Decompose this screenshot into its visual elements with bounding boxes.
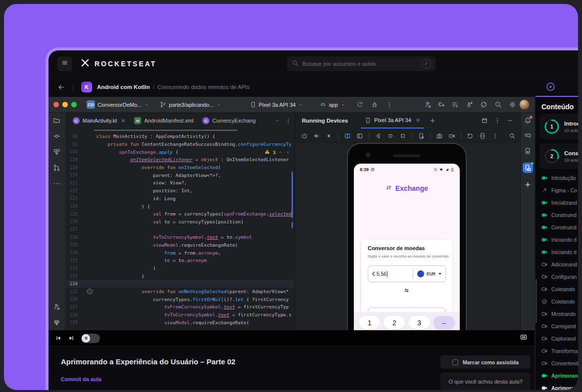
- player-tab-icon[interactable]: [546, 82, 555, 93]
- lesson-item[interactable]: Aprimorand: [535, 369, 578, 382]
- device-manager-icon[interactable]: [524, 147, 532, 155]
- device-selector[interactable]: Pixel 3a API 34: [248, 100, 305, 109]
- code-line-124[interactable]: 124 ) {: [65, 202, 294, 210]
- lesson-item[interactable]: Mostrando: [535, 307, 578, 320]
- camera-icon[interactable]: [436, 132, 443, 139]
- diamond-icon[interactable]: [53, 319, 60, 326]
- lesson-item[interactable]: Inicializand: [535, 196, 578, 209]
- structure-icon[interactable]: [53, 148, 60, 156]
- code-line-137[interactable]: 137 tvFromCurrencySymbol.text = firstCur…: [65, 303, 294, 311]
- close-tab-icon[interactable]: ✕: [416, 117, 420, 124]
- fold-left-icon[interactable]: [344, 132, 351, 139]
- hamburger-menu-button[interactable]: [57, 56, 72, 71]
- hide-panel-icon[interactable]: [507, 117, 514, 124]
- volume-down-icon[interactable]: [326, 132, 333, 139]
- editor-tab-androidmanifest-xml[interactable]: MAndroidManifest.xml: [130, 113, 198, 129]
- fold-right-icon[interactable]: [356, 132, 363, 139]
- minimize-window-icon[interactable]: [62, 102, 68, 107]
- previous-lesson-button[interactable]: [55, 335, 61, 341]
- code-line-127[interactable]: 127: [65, 225, 294, 233]
- lesson-item[interactable]: Convertend: [535, 357, 578, 369]
- screenshot-icon[interactable]: [479, 132, 486, 139]
- close-window-icon[interactable]: [53, 102, 59, 107]
- screen-record-icon[interactable]: [448, 132, 455, 139]
- screen-search-icon[interactable]: [509, 132, 516, 139]
- folder-icon[interactable]: [53, 117, 60, 124]
- swap-currencies-button[interactable]: [403, 287, 410, 296]
- from-amount-field[interactable]: € 5.56 EUR: [368, 265, 446, 282]
- gradle-icon[interactable]: [524, 132, 532, 139]
- lesson-item[interactable]: Figma - Co: [535, 184, 578, 196]
- lesson-item[interactable]: Iniciando d: [535, 246, 578, 258]
- commit-icon[interactable]: [53, 132, 60, 140]
- settings-icon[interactable]: [509, 101, 516, 108]
- code-line-125[interactable]: 125 val from = currencyTypes[spnFromExch…: [65, 210, 294, 218]
- lesson-item[interactable]: Iniciando d: [535, 233, 578, 246]
- code-line-91[interactable]: 91 private fun ContentExchangeRateSucces…: [65, 140, 294, 148]
- device-settings-icon[interactable]: [418, 132, 425, 139]
- back-icon[interactable]: [375, 132, 382, 139]
- float-window-icon[interactable]: [481, 117, 488, 124]
- close-tab-icon[interactable]: ✕: [121, 118, 125, 124]
- sidebar-scrollbar[interactable]: [535, 279, 537, 323]
- theater-mode-button[interactable]: [520, 333, 528, 343]
- profiler-icon[interactable]: CA: [438, 102, 444, 107]
- lesson-item[interactable]: Construind: [535, 221, 578, 233]
- panel-options-icon[interactable]: [494, 117, 501, 124]
- more-actions-icon[interactable]: [386, 101, 393, 108]
- tab-list-chevron-icon[interactable]: [275, 118, 280, 124]
- maximize-window-icon[interactable]: [71, 102, 77, 107]
- running-devices-icon[interactable]: [523, 163, 533, 173]
- mark-watched-button[interactable]: Marcar como assistida: [440, 355, 531, 369]
- code-line-126[interactable]: 126 val to = currencyTypes[position]: [65, 218, 294, 226]
- debug-button[interactable]: [371, 101, 378, 108]
- code-line-116[interactable]: 116 spnToExchange.apply {: [65, 148, 294, 156]
- project-selector[interactable]: CD ConversorDeMo...: [85, 99, 151, 110]
- code-line-135[interactable]: 135↑ override fun onNothingSelected(pare…: [65, 288, 294, 296]
- gemini-sparkle-icon[interactable]: [524, 181, 532, 188]
- lesson-item[interactable]: Transforma: [535, 345, 578, 357]
- search-icon[interactable]: [494, 101, 502, 108]
- search-input[interactable]: Busque por assuntos e aulas /: [287, 56, 436, 71]
- module-card-1[interactable]: 1Introdução10 aulas: [539, 114, 578, 139]
- code-line-129[interactable]: 129 viewModel.requireExchangeRate(: [65, 241, 294, 249]
- device-tab[interactable]: Pixel 3a API 34 ✕: [361, 113, 424, 129]
- bell-icon[interactable]: [524, 117, 532, 124]
- home-icon[interactable]: [387, 132, 394, 139]
- lesson-item[interactable]: Introdução: [535, 172, 578, 184]
- lesson-item[interactable]: Adicionand: [535, 258, 578, 270]
- run-config-selector[interactable]: app: [318, 100, 347, 109]
- next-lesson-button[interactable]: [68, 335, 74, 341]
- lesson-item[interactable]: Construind: [535, 209, 578, 221]
- branch-selector[interactable]: parte3/aplicando...: [158, 100, 223, 109]
- sync-icon[interactable]: [480, 101, 487, 108]
- key-2[interactable]: 2: [384, 316, 405, 329]
- lesson-commit-link[interactable]: Commit da aula: [61, 376, 101, 382]
- power-icon[interactable]: [301, 132, 308, 139]
- more-icon[interactable]: [53, 180, 60, 187]
- lesson-item[interactable]: Capturand: [535, 332, 578, 345]
- code-line-120[interactable]: 120 parent: AdapterView<*>?,: [65, 171, 294, 179]
- code-area[interactable]: 3 30 class MainActivity : AppCompatActiv…: [65, 129, 294, 330]
- autoplay-toggle[interactable]: [81, 334, 100, 343]
- lesson-item[interactable]: Coletando: [535, 283, 578, 295]
- overview-icon[interactable]: [399, 132, 406, 139]
- watched-checkbox[interactable]: [452, 359, 458, 365]
- code-line-30[interactable]: 30 class MainActivity : AppCompatActivit…: [65, 132, 294, 140]
- rocketseat-logo[interactable]: ROCKETSEAT: [80, 58, 156, 69]
- lesson-item[interactable]: Configuran: [535, 270, 578, 283]
- currency-dropdown-icon[interactable]: [438, 273, 441, 275]
- pull-request-icon[interactable]: [53, 164, 60, 172]
- rerun-button[interactable]: [356, 101, 363, 108]
- build-hammer-icon[interactable]: [53, 303, 60, 310]
- key-3[interactable]: 3: [408, 316, 430, 329]
- build-hammer-icon[interactable]: [424, 101, 432, 108]
- code-line-136[interactable]: 136 currencyTypes.firstOrNull()?.let { f…: [65, 295, 294, 303]
- phone-screen[interactable]: 8:39: [354, 164, 460, 330]
- code-line-128[interactable]: 128 tvToCurrencySymbol.text = to.symbol: [65, 233, 294, 241]
- code-editor[interactable]: CMainActivity.kt✕MAndroidManifest.xmlCCu…: [65, 113, 295, 330]
- phone-device[interactable]: 8:39: [347, 143, 467, 330]
- lesson-item[interactable]: Aprimorand: [535, 382, 578, 390]
- module-card-2[interactable]: 2Consumindo19 aulas: [539, 143, 578, 169]
- todo-list-icon[interactable]: [451, 101, 459, 108]
